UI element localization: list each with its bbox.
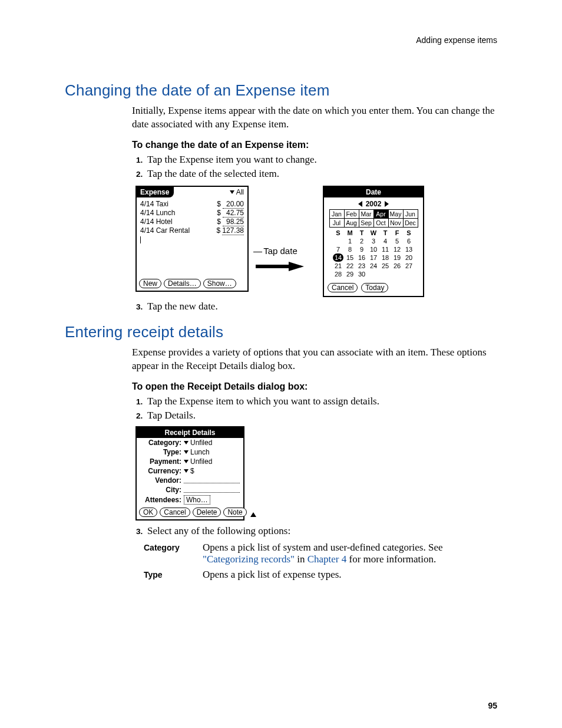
day-cell[interactable]: 11: [379, 245, 391, 253]
day-cell[interactable]: 4: [379, 237, 391, 245]
month-cell[interactable]: Feb: [344, 209, 359, 218]
month-cell[interactable]: Jan: [329, 209, 344, 218]
dow-header: S: [332, 229, 344, 237]
day-cell: [403, 270, 415, 278]
proc-title-receipt: To open the Receipt Details dialog box:: [132, 381, 497, 392]
month-cell[interactable]: Jun: [403, 209, 418, 218]
month-cell[interactable]: Oct: [373, 218, 388, 227]
day-cell[interactable]: 27: [403, 262, 415, 270]
day-cell[interactable]: 10: [368, 245, 379, 253]
expense-row[interactable]: 4/14 Taxi $20.00: [140, 200, 244, 209]
month-cell[interactable]: Apr: [373, 209, 388, 218]
expense-row[interactable]: 4/14 Lunch $42.75: [140, 209, 244, 218]
day-cell[interactable]: 25: [379, 262, 391, 270]
day-cell[interactable]: 21: [332, 262, 344, 270]
category-popup[interactable]: All: [230, 188, 247, 196]
day-cell[interactable]: 8: [344, 245, 356, 253]
month-cell[interactable]: Mar: [359, 209, 373, 218]
chevron-right-icon[interactable]: [385, 201, 389, 207]
day-cell[interactable]: 9: [356, 245, 368, 253]
day-cell: [332, 237, 344, 245]
chevron-down-icon: [184, 441, 189, 444]
expense-row[interactable]: 4/14 Hotel $98.25: [140, 218, 244, 226]
chevron-down-icon: [230, 190, 234, 194]
option-row-type: Type Opens a pick list of expense types.: [144, 569, 497, 581]
row-desc: 4/14 Lunch: [140, 209, 175, 218]
month-cell[interactable]: Aug: [344, 218, 359, 227]
day-cell[interactable]: 2: [356, 237, 368, 245]
day-cell[interactable]: 17: [368, 253, 379, 262]
day-cell[interactable]: 30: [356, 270, 368, 278]
day-cell[interactable]: 19: [391, 253, 403, 262]
details-button[interactable]: Details…: [164, 279, 201, 288]
row-desc: 4/14 Taxi: [140, 200, 168, 209]
chevron-left-icon[interactable]: [358, 201, 362, 207]
day-cell[interactable]: 6: [403, 237, 415, 245]
chevron-down-icon: [184, 450, 189, 454]
day-cell[interactable]: 1: [344, 237, 356, 245]
month-cell[interactable]: Dec: [403, 218, 418, 227]
day-cell[interactable]: 15: [344, 253, 356, 262]
day-cell[interactable]: 18: [379, 253, 391, 262]
category-field[interactable]: Category: Unfiled: [137, 438, 243, 447]
vendor-field[interactable]: Vendor:: [137, 476, 243, 485]
running-head: Adding expense items: [416, 35, 497, 45]
svg-marker-1: [289, 262, 304, 271]
month-cell[interactable]: Sep: [359, 218, 373, 227]
ok-button[interactable]: OK: [139, 508, 157, 517]
cancel-button[interactable]: Cancel: [328, 283, 358, 292]
section1-intro: Initially, Expense items appear with the…: [132, 104, 497, 131]
day-cell[interactable]: 24: [368, 262, 379, 270]
attendees-field[interactable]: Attendees: Who…: [137, 495, 243, 505]
day-cell[interactable]: 7: [332, 245, 344, 253]
scroll-up-icon[interactable]: [250, 512, 256, 517]
month-cell[interactable]: May: [388, 209, 403, 218]
day-cell[interactable]: 20: [403, 253, 415, 262]
dow-header: F: [391, 229, 403, 237]
note-button[interactable]: Note: [223, 508, 246, 517]
expense-row[interactable]: 4/14 Car Rental $127.38: [140, 226, 244, 235]
xref-chapter-4[interactable]: Chapter 4: [308, 554, 347, 565]
option-term: Type: [144, 569, 203, 581]
xref-categorizing-records[interactable]: "Categorizing records": [203, 554, 295, 565]
svg-rect-0: [256, 265, 291, 268]
day-cell: [379, 270, 391, 278]
day-cell[interactable]: 16: [356, 253, 368, 262]
category-popup-label: All: [236, 188, 244, 196]
option-term: Category: [144, 542, 203, 565]
currency-field[interactable]: Currency: $: [137, 466, 243, 476]
day-cell[interactable]: 29: [344, 270, 356, 278]
tap-date-label: Tap date: [253, 246, 297, 256]
day-cell: [391, 270, 403, 278]
dow-header: M: [344, 229, 356, 237]
dow-header: T: [379, 229, 391, 237]
city-field[interactable]: City:: [137, 485, 243, 495]
step-1: Tap the Expense item you want to change.: [145, 154, 497, 166]
today-button[interactable]: Today: [361, 283, 388, 292]
day-cell[interactable]: 12: [391, 245, 403, 253]
day-cell[interactable]: 28: [332, 270, 344, 278]
month-cell[interactable]: Nov: [388, 218, 403, 227]
date-picker: Date 2002 JanFebMarAprMayJunJulAugSepOct…: [323, 186, 424, 297]
month-cell[interactable]: Jul: [329, 218, 344, 227]
day-cell[interactable]: 3: [368, 237, 379, 245]
day-cell[interactable]: 22: [344, 262, 356, 270]
dow-header: T: [356, 229, 368, 237]
delete-button[interactable]: Delete: [193, 508, 222, 517]
payment-field[interactable]: Payment: Unfiled: [137, 457, 243, 466]
day-cell[interactable]: 13: [403, 245, 415, 253]
chevron-down-icon: [184, 469, 189, 473]
day-cell[interactable]: 23: [356, 262, 368, 270]
day-cell[interactable]: 26: [391, 262, 403, 270]
day-cell[interactable]: 5: [391, 237, 403, 245]
year-selector[interactable]: 2002: [324, 197, 423, 209]
option-row-category: Category Opens a pick list of system and…: [144, 542, 497, 565]
day-cell[interactable]: 14: [332, 253, 344, 262]
cancel-button[interactable]: Cancel: [160, 508, 190, 517]
type-field[interactable]: Type: Lunch: [137, 447, 243, 457]
new-button[interactable]: New: [139, 279, 161, 288]
dow-header: W: [368, 229, 379, 237]
show-button[interactable]: Show…: [203, 279, 236, 288]
year-label: 2002: [366, 200, 382, 208]
text-cursor: [140, 236, 141, 243]
